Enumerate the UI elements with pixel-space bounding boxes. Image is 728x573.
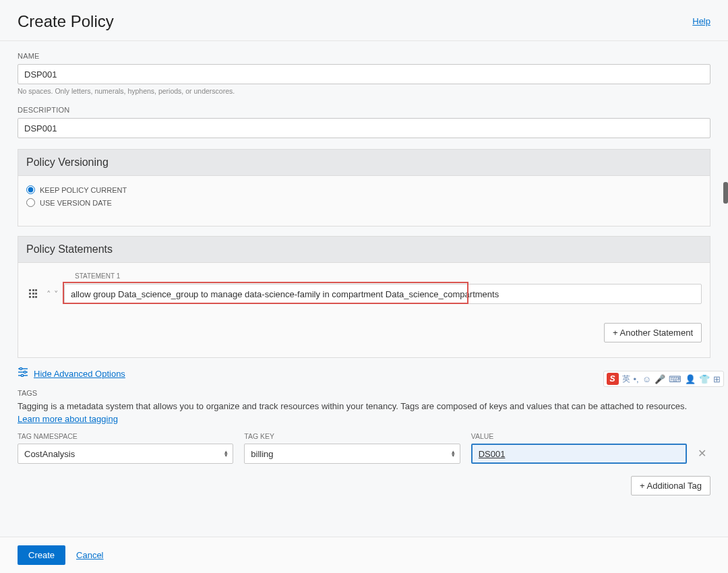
scrollbar-thumb[interactable] — [723, 182, 728, 204]
description-label: DESCRIPTION — [18, 106, 710, 114]
policy-versioning-title: Policy Versioning — [18, 150, 710, 176]
svg-point-1 — [20, 367, 22, 369]
ime-lang-indicator: 英 — [622, 373, 630, 385]
ime-person-icon: 👤 — [685, 374, 696, 384]
tag-namespace-label: TAG NAMESPACE — [18, 432, 233, 440]
ime-punct-icon: •, — [634, 374, 639, 384]
learn-more-tagging-link[interactable]: Learn more about tagging — [18, 414, 118, 424]
tag-namespace-select[interactable]: CostAnalysis — [18, 444, 233, 464]
drag-handle-icon[interactable] — [29, 289, 38, 299]
ime-mic-icon: 🎤 — [655, 374, 665, 384]
name-field-group: NAME No spaces. Only letters, numerals, … — [18, 52, 710, 95]
add-tag-button[interactable]: + Additional Tag — [631, 476, 710, 495]
help-link[interactable]: Help — [692, 16, 710, 26]
policy-statements-title: Policy Statements — [18, 237, 710, 263]
name-input[interactable] — [18, 64, 710, 84]
ime-skin-icon: 👕 — [699, 374, 710, 384]
move-down-icon[interactable]: ˅ — [54, 290, 59, 299]
footer-bar: Create Cancel — [0, 537, 728, 573]
advanced-options-label: Hide Advanced Options — [34, 369, 125, 379]
ime-logo-icon: S — [607, 373, 619, 385]
use-version-date-label: USE VERSION DATE — [40, 199, 112, 207]
name-label: NAME — [18, 52, 710, 60]
svg-point-3 — [24, 371, 26, 373]
name-hint: No spaces. Only letters, numerals, hyphe… — [18, 87, 710, 95]
tag-key-select[interactable]: billing — [244, 444, 460, 464]
use-version-date-radio[interactable] — [26, 198, 35, 207]
sliders-icon — [18, 367, 28, 380]
tag-value-input[interactable] — [471, 444, 687, 464]
description-input[interactable] — [18, 118, 710, 138]
ime-smiley-icon: ☺ — [642, 374, 651, 384]
delete-tag-icon[interactable]: ✕ — [698, 447, 710, 464]
page-header: Create Policy Help — [0, 0, 728, 41]
ime-keyboard-icon: ⌨ — [669, 374, 681, 384]
tag-value-label: VALUE — [471, 432, 687, 440]
create-button[interactable]: Create — [18, 545, 65, 565]
statement-1-input[interactable] — [64, 284, 702, 304]
description-field-group: DESCRIPTION — [18, 106, 710, 138]
page-title: Create Policy — [18, 12, 114, 31]
add-statement-button[interactable]: + Another Statement — [604, 323, 702, 342]
svg-point-5 — [21, 374, 23, 376]
tags-section-label: TAGS — [18, 389, 710, 397]
move-up-icon[interactable]: ˄ — [47, 290, 51, 299]
tag-key-label: TAG KEY — [244, 432, 460, 440]
keep-current-label: KEEP POLICY CURRENT — [40, 186, 127, 194]
policy-versioning-panel: Policy Versioning KEEP POLICY CURRENT US… — [18, 149, 710, 227]
statement-1-label: STATEMENT 1 — [75, 272, 702, 280]
ime-toolbox-icon: ⊞ — [713, 374, 721, 384]
policy-statements-panel: Policy Statements STATEMENT 1 ˄ ˅ — [18, 236, 710, 358]
tags-description: Tagging is a metadata system that allows… — [18, 401, 710, 411]
ime-toolbar[interactable]: S 英 •, ☺ 🎤 ⌨ 👤 👕 ⊞ — [603, 371, 724, 387]
cancel-link[interactable]: Cancel — [76, 550, 103, 560]
keep-current-radio[interactable] — [26, 185, 35, 194]
